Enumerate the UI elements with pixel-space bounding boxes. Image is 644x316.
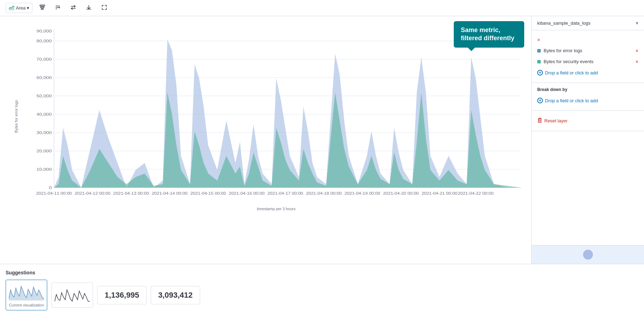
resize-icon[interactable] bbox=[99, 3, 110, 13]
filter-icon[interactable] bbox=[37, 3, 48, 13]
svg-rect-1 bbox=[40, 5, 45, 6]
right-panel: Same metric, filtered differently kibana… bbox=[531, 16, 644, 264]
svg-text:40,000: 40,000 bbox=[37, 112, 52, 116]
chart-svg: 0 10,000 20,000 30,000 40,000 50,000 60,… bbox=[27, 22, 526, 205]
alternative-visualization-card[interactable] bbox=[51, 282, 93, 308]
x-axis-label: timestamp per 3 hours bbox=[27, 207, 526, 211]
add-metric-label: Drop a field or click to add bbox=[545, 70, 598, 75]
chart-type-selector[interactable]: Area ▾ bbox=[6, 3, 32, 13]
remove-error-logs-icon[interactable]: × bbox=[636, 48, 638, 53]
panel-section-reset: Reset layer bbox=[532, 111, 644, 131]
panel-section-metrics: × Bytes for error logs × Bytes for secur… bbox=[532, 30, 644, 83]
chart-type-label: Area bbox=[16, 5, 25, 11]
content-area: Bytes for error logs Bytes for security … bbox=[0, 16, 644, 264]
suggestions-section: Suggestions Current visualization 1,136,… bbox=[0, 264, 644, 316]
series-security-color-swatch bbox=[537, 60, 541, 63]
add-breakdown-label: Drop a field or click to add bbox=[545, 98, 598, 103]
svg-text:2021-04-17 00:00: 2021-04-17 00:00 bbox=[267, 192, 303, 195]
add-breakdown-row[interactable]: + Drop a field or click to add bbox=[537, 95, 638, 106]
swap-icon[interactable] bbox=[68, 3, 79, 13]
close-row-top-icon[interactable]: × bbox=[537, 37, 540, 42]
suggestion-number-1-value: 1,136,995 bbox=[105, 291, 139, 299]
reset-layer-button[interactable]: Reset layer bbox=[537, 115, 568, 127]
svg-rect-3 bbox=[41, 8, 43, 10]
right-panel-chevron-icon[interactable]: ▾ bbox=[636, 20, 638, 26]
callout-text: Same metric, filtered differently bbox=[461, 26, 514, 42]
add-metric-row[interactable]: + Drop a field or click to add bbox=[537, 67, 638, 78]
svg-text:80,000: 80,000 bbox=[37, 39, 52, 43]
svg-text:2021-04-22 00:00: 2021-04-22 00:00 bbox=[458, 192, 494, 195]
svg-text:2021-04-14 00:00: 2021-04-14 00:00 bbox=[152, 192, 188, 195]
trash-icon bbox=[537, 118, 542, 124]
svg-text:20,000: 20,000 bbox=[37, 149, 52, 153]
svg-text:60,000: 60,000 bbox=[37, 75, 52, 80]
suggestion-number-2-value: 3,093,412 bbox=[158, 291, 193, 299]
svg-text:2021-04-16 00:00: 2021-04-16 00:00 bbox=[229, 192, 265, 195]
toolbar: Area ▾ bbox=[0, 0, 644, 16]
series-security-events-label: Bytes for security events bbox=[544, 59, 594, 64]
alt-viz-mini-chart bbox=[55, 286, 90, 303]
sort-icon[interactable] bbox=[52, 3, 63, 13]
svg-text:70,000: 70,000 bbox=[37, 57, 52, 61]
series-error-logs-label: Bytes for error logs bbox=[544, 48, 582, 53]
chevron-down-icon: ▾ bbox=[27, 5, 29, 11]
svg-rect-2 bbox=[41, 7, 44, 8]
chart-container: Bytes for error logs Bytes for security … bbox=[0, 16, 531, 264]
svg-text:50,000: 50,000 bbox=[37, 94, 52, 98]
suggestions-row: Current visualization 1,136,995 3,093,41… bbox=[6, 280, 638, 310]
svg-marker-44 bbox=[9, 286, 44, 300]
series-error-color-swatch bbox=[537, 49, 541, 53]
panel-section-breakdown: Break down by + Drop a field or click to… bbox=[532, 83, 644, 111]
svg-text:2021-04-21 00:00: 2021-04-21 00:00 bbox=[422, 192, 458, 195]
add-breakdown-plus-icon: + bbox=[537, 98, 543, 103]
svg-text:2021-04-11 00:00: 2021-04-11 00:00 bbox=[36, 192, 72, 195]
svg-text:2021-04-18 00:00: 2021-04-18 00:00 bbox=[306, 192, 342, 195]
add-metric-plus-icon: + bbox=[537, 70, 543, 75]
svg-text:90,000: 90,000 bbox=[37, 29, 52, 33]
series-security-events-label-row[interactable]: Bytes for security events × bbox=[537, 56, 638, 67]
right-panel-title: kibana_sample_data_logs bbox=[537, 20, 590, 26]
remove-security-events-icon[interactable]: × bbox=[636, 59, 638, 64]
svg-text:2021-04-12 00:00: 2021-04-12 00:00 bbox=[75, 192, 111, 195]
panel-loading-indicator bbox=[532, 245, 644, 264]
loading-circle bbox=[583, 250, 593, 260]
suggestion-number-2[interactable]: 3,093,412 bbox=[151, 286, 200, 304]
current-visualization-card[interactable]: Current visualization bbox=[6, 280, 47, 310]
y-axis-label: Bytes for error logs bbox=[14, 100, 18, 133]
svg-marker-41 bbox=[54, 92, 521, 188]
breakdown-title: Break down by bbox=[537, 87, 638, 92]
svg-marker-0 bbox=[9, 6, 14, 10]
svg-text:2021-04-13 00:00: 2021-04-13 00:00 bbox=[113, 192, 149, 195]
svg-text:2021-04-20 00:00: 2021-04-20 00:00 bbox=[383, 192, 419, 195]
series-error-logs-label-row[interactable]: Bytes for error logs × bbox=[537, 45, 638, 56]
svg-text:30,000: 30,000 bbox=[37, 130, 52, 135]
current-viz-label: Current visualization bbox=[9, 303, 44, 307]
series-error-logs-row: × bbox=[537, 35, 638, 45]
area-chart-icon bbox=[9, 5, 14, 11]
svg-text:10,000: 10,000 bbox=[37, 167, 52, 171]
callout-tooltip: Same metric, filtered differently bbox=[454, 21, 524, 48]
suggestions-title: Suggestions bbox=[6, 270, 638, 275]
download-icon[interactable] bbox=[83, 3, 94, 13]
current-viz-mini-chart bbox=[9, 283, 44, 300]
svg-text:2021-04-15 00:00: 2021-04-15 00:00 bbox=[190, 192, 226, 195]
suggestion-number-1[interactable]: 1,136,995 bbox=[97, 286, 147, 304]
svg-text:0: 0 bbox=[49, 186, 52, 190]
reset-layer-label: Reset layer bbox=[544, 118, 568, 123]
right-panel-header: kibana_sample_data_logs ▾ bbox=[532, 16, 644, 30]
svg-text:2021-04-19 00:00: 2021-04-19 00:00 bbox=[345, 192, 380, 195]
